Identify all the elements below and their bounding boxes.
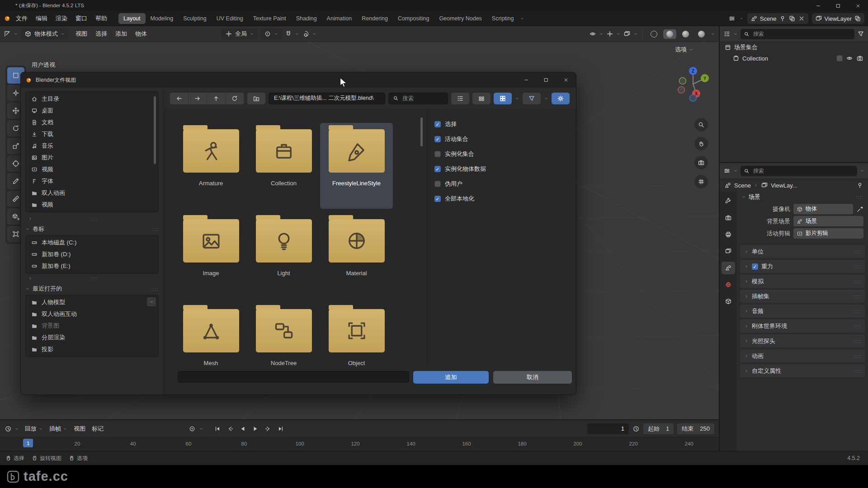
option-checkbox[interactable] [434, 196, 441, 202]
chevron-down-icon[interactable] [312, 32, 316, 36]
file-item[interactable]: Image [175, 213, 247, 299]
resize-grip[interactable]: :::: [90, 276, 98, 281]
parent-dir-button[interactable] [207, 93, 226, 104]
recent-section-header[interactable]: 最近打开的 :::: [25, 283, 159, 295]
volumes-section-header[interactable]: 卷标 :::: [25, 223, 159, 235]
outliner-search[interactable] [741, 29, 854, 39]
chevron-down-icon[interactable] [14, 32, 18, 36]
path-input[interactable] [273, 95, 381, 102]
play-reverse-button[interactable] [237, 423, 249, 434]
chevron-down-icon[interactable] [544, 96, 548, 101]
file-item[interactable]: Armature [175, 123, 247, 209]
scene-selector[interactable]: Scene [747, 13, 808, 24]
recent-item[interactable]: 背景图 [26, 320, 158, 332]
properties-editor-icon[interactable] [723, 167, 731, 174]
dialog-maximize-button[interactable] [536, 72, 556, 88]
property-section[interactable]: 单位 :::: [740, 245, 865, 258]
recent-item[interactable]: 人物模型 [26, 296, 158, 308]
pivot-dropdown[interactable] [260, 28, 282, 40]
jump-to-start-button[interactable] [212, 423, 223, 434]
file-item[interactable]: Light [247, 213, 320, 299]
append-option[interactable]: 选择 [434, 119, 573, 129]
zoom-button[interactable] [694, 118, 708, 131]
drag-grip[interactable]: :::: [854, 368, 861, 374]
unlink-scene-icon[interactable] [798, 15, 805, 22]
chevron-down-icon[interactable] [711, 32, 715, 36]
workspace-tab[interactable]: Modeling [146, 13, 179, 24]
timeline-menu-item[interactable]: 插帧 [46, 423, 71, 434]
bookmark-item[interactable]: 视频 [26, 199, 158, 211]
hide-in-viewport-icon[interactable] [846, 55, 853, 62]
bookmark-item[interactable]: 双人动画 [26, 187, 158, 199]
outliner-editor-icon[interactable] [723, 30, 731, 38]
recent-options-button[interactable] [147, 297, 156, 306]
workspace-tab[interactable]: Shading [291, 13, 322, 24]
properties-search-input[interactable] [752, 167, 854, 174]
eyedropper-icon[interactable] [856, 206, 863, 213]
drag-grip[interactable]: :::: [854, 264, 861, 269]
thumbnail-view-button[interactable] [494, 93, 512, 104]
settings-button[interactable] [552, 93, 570, 104]
property-section[interactable]: 插帧集 :::: [740, 290, 865, 303]
bookmark-item[interactable]: 文档 [26, 117, 158, 128]
properties-search[interactable] [741, 166, 857, 176]
collection-row[interactable]: Collection [720, 53, 868, 64]
dialog-close-button[interactable] [556, 72, 576, 88]
dialog-minimize-button[interactable] [516, 72, 536, 88]
camera-view-button[interactable] [694, 156, 708, 169]
drag-grip[interactable]: :::: [854, 249, 861, 254]
volume-item[interactable]: 新加卷 (E:) [26, 260, 158, 272]
bookmark-item[interactable]: 视频 [26, 164, 158, 175]
workspace-tab[interactable]: Sculpting [178, 13, 211, 24]
timeline-editor-icon[interactable] [5, 425, 12, 432]
drag-grip[interactable]: :::: [854, 279, 861, 284]
timeline-menu-item[interactable]: 视图 [71, 423, 89, 434]
filter-button[interactable] [523, 93, 541, 104]
option-checkbox[interactable] [434, 136, 441, 142]
dialog-titlebar[interactable]: Blender文件视图 [21, 72, 576, 88]
refresh-button[interactable] [226, 93, 244, 104]
drag-grip[interactable]: :::: [854, 353, 861, 359]
timeline-ruler[interactable]: 1 20406080100120140160180200220240 [0, 437, 719, 451]
workspace-tab[interactable]: Layout [118, 13, 146, 24]
toggle-ortho-button[interactable] [694, 175, 708, 188]
chevron-down-icon[interactable] [733, 169, 738, 173]
window-titlebar[interactable]: * (未保存) - Blender 4.5.2 LTS [0, 0, 868, 12]
close-button[interactable] [848, 0, 868, 11]
pin-icon[interactable] [856, 182, 863, 189]
drag-grip[interactable]: :::: [854, 324, 861, 329]
tab-render[interactable] [722, 211, 735, 224]
file-search-input[interactable] [401, 95, 443, 102]
menu-item[interactable]: 帮助 [91, 13, 111, 24]
chevron-down-icon[interactable] [739, 16, 744, 21]
bookmark-item[interactable]: 下载 [26, 128, 158, 140]
volume-item[interactable]: 新加卷 (D:) [26, 249, 158, 260]
property-value-field[interactable]: 物体 [793, 204, 853, 214]
shading-solid-button[interactable] [663, 29, 676, 39]
append-button[interactable]: 追加 [413, 371, 489, 384]
drag-grip[interactable]: :::: [854, 338, 861, 344]
property-section[interactable]: 重力 :::: [740, 260, 865, 273]
tab-viewlayer[interactable] [722, 245, 735, 258]
append-option[interactable]: 实例化物体数据 [434, 164, 573, 174]
workspace-tab[interactable]: Geometry Nodes [434, 13, 486, 24]
forward-button[interactable] [189, 93, 207, 104]
drag-grip[interactable]: :::: [854, 309, 861, 314]
new-viewlayer-icon[interactable] [854, 15, 861, 22]
horizontal-list-view-button[interactable] [472, 93, 491, 104]
resize-grip[interactable]: :::: [151, 226, 159, 232]
viewport-menu-item[interactable]: 选择 [91, 28, 111, 40]
play-button[interactable] [250, 423, 261, 434]
next-keyframe-button[interactable] [262, 423, 274, 434]
workspace-tab[interactable]: Animation [322, 13, 357, 24]
path-field[interactable] [269, 93, 385, 104]
proportional-editing-icon[interactable] [302, 30, 309, 38]
workspace-tab[interactable]: Texture Paint [248, 13, 291, 24]
file-item[interactable]: Collection [247, 123, 320, 209]
recent-item[interactable]: 投影 [26, 343, 158, 355]
gizmos-icon[interactable] [606, 30, 613, 38]
resize-grip[interactable]: :::: [90, 216, 98, 221]
bookmark-item[interactable]: 桌面 [26, 105, 158, 117]
tab-tool[interactable] [722, 195, 735, 207]
chevron-down-icon[interactable] [616, 32, 621, 36]
